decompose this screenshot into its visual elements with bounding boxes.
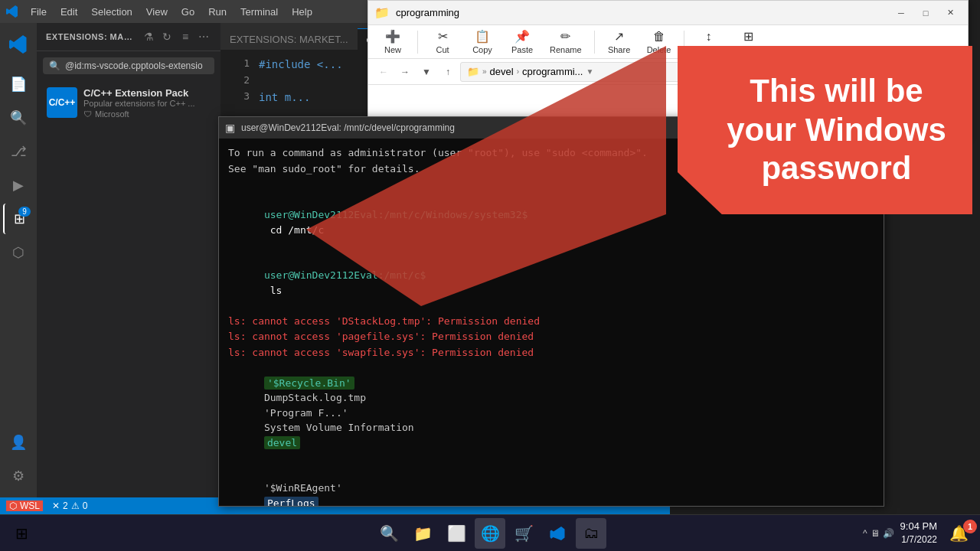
search-box: 🔍 (37, 51, 220, 80)
address-chevron-2: › (517, 67, 519, 76)
start-button[interactable]: ⊞ (6, 518, 37, 549)
extension-item[interactable]: C/C++ C/C++ Extension Pack Popular exten… (37, 80, 220, 126)
fe-delete-button[interactable]: 🗑 Delete (641, 27, 678, 57)
ls-recycle-bin: '$Recycle.Bin' (264, 377, 354, 390)
more-button[interactable]: ⋯ (196, 29, 211, 44)
taskbar-clock[interactable]: 9:04 PM 1/7/2022 (900, 520, 937, 546)
fe-cut-button[interactable]: ✂ Cut (424, 26, 461, 57)
fe-new-button[interactable]: ➕ New (374, 26, 411, 57)
network-icon: 🖥 (871, 528, 880, 539)
taskbar-date-display: 1/7/2022 (900, 533, 937, 546)
taskbar-store[interactable]: 🛒 (508, 518, 539, 549)
terminal-icon: ▣ (225, 122, 235, 134)
term-ls-row-2: '$WinREAgent' PerfLogs Progr... Users pa… (228, 466, 874, 507)
activity-bottom: 👤 ⚙ (3, 427, 34, 491)
line-number-1: 1 (227, 56, 250, 73)
taskbar-right: ^ 🖥 🔊 9:04 PM 1/7/2022 🔔 1 (863, 518, 974, 549)
new-label: New (384, 45, 401, 54)
refresh-button[interactable]: ↻ (159, 29, 175, 44)
cut-label: Cut (436, 45, 449, 54)
fe-titlebar: 📁 cprogramming ─ □ ✕ (368, 1, 968, 25)
menu-view[interactable]: View (140, 5, 174, 19)
taskbar: ⊞ 🔍 📁 ⬜ 🌐 🛒 🗂 ^ 🖥 🔊 9:04 PM 1/7/2022 🔔 1 (0, 514, 980, 551)
toolbar-separator-1 (417, 31, 418, 54)
taskbar-search[interactable]: 🔍 (374, 518, 404, 549)
address-devel: devel (490, 66, 514, 77)
address-folder-icon: 📁 (467, 66, 479, 77)
fe-window-controls: ─ □ ✕ (890, 4, 962, 22)
statusbar-errors[interactable]: ✕ 2 ⚠ 0 (49, 500, 90, 511)
term-ls-row-1: '$Recycle.Bin' DumpStack.log.tmp 'Progra… (228, 360, 874, 465)
fe-paste-button[interactable]: 📌 Paste (504, 26, 541, 57)
search-icon[interactable]: 🔍 (3, 103, 34, 133)
fe-forward-button[interactable]: → (396, 63, 414, 81)
menu-help[interactable]: Help (286, 5, 318, 19)
sort-icon: ↕ (706, 30, 712, 44)
address-chevron-1: » (482, 67, 487, 76)
callout-text: This will be your Windows password (678, 57, 972, 203)
ls-devel: devel (264, 436, 300, 449)
search-input[interactable] (65, 60, 203, 71)
taskbar-vscode[interactable] (542, 518, 573, 549)
extensions-icon[interactable]: ⊞ 9 (3, 204, 34, 234)
fe-share-button[interactable]: ↗ Share (601, 26, 638, 57)
extension-name: C/C++ Extension Pack (83, 87, 211, 99)
sort-button[interactable]: ≡ (178, 29, 193, 44)
address-cprogramming: cprogrammi... (522, 66, 583, 77)
term-prompt-2: user@WinDev2112Eval:/mnt/c$ (264, 269, 426, 281)
remote-icon[interactable]: ⬡ (3, 237, 34, 268)
notification-center-wrapper: 🔔 1 (943, 518, 974, 549)
taskbar-edge[interactable]: 🌐 (475, 518, 505, 549)
fe-dropdown-button[interactable]: ▼ (417, 63, 436, 81)
extension-publisher: 🛡 Microsoft (83, 109, 211, 119)
vscode-menu[interactable]: File Edit Selection View Go Run Terminal… (24, 5, 318, 19)
cut-icon: ✂ (438, 29, 448, 44)
menu-run[interactable]: Run (202, 5, 233, 19)
menu-go[interactable]: Go (175, 5, 201, 19)
line-number-3: 3 (227, 89, 250, 106)
extension-icon: C/C++ (47, 87, 77, 118)
source-control-icon[interactable]: ⎇ (3, 136, 34, 167)
taskbar-files[interactable]: 📁 (407, 518, 438, 549)
fe-close-button[interactable]: ✕ (939, 4, 962, 22)
extension-description: Popular extensions for C++ ... (83, 99, 211, 108)
callout-overlay: This will be your Windows password (678, 46, 972, 214)
statusbar-remote[interactable]: ⬡ WSL (6, 500, 43, 511)
line-number-2: 2 (227, 73, 250, 89)
fe-minimize-button[interactable]: ─ (890, 4, 913, 22)
tab-extensions[interactable]: EXTENSIONS: MARKET... (220, 28, 358, 50)
taskbar-taskview[interactable]: ⬜ (441, 518, 472, 549)
taskbar-explorer-icon[interactable]: 🗂 (576, 518, 606, 549)
term-cmd-1: cd /mnt/c (264, 224, 324, 236)
run-icon[interactable]: ▶ (3, 170, 34, 201)
extension-info: C/C++ Extension Pack Popular extensions … (83, 87, 211, 119)
fe-rename-button[interactable]: ✏ Rename (544, 26, 588, 57)
menu-selection[interactable]: Selection (85, 5, 138, 19)
fe-up-button[interactable]: ↑ (439, 63, 457, 81)
term-error-2: ls: cannot access 'pagefile.sys': Permis… (228, 329, 874, 344)
account-icon[interactable]: 👤 (3, 427, 34, 458)
fe-maximize-button[interactable]: □ (914, 4, 937, 22)
view-icon: ⊞ (743, 29, 753, 44)
menu-edit[interactable]: Edit (54, 5, 83, 19)
line-code-1: #include <... (259, 56, 343, 73)
filter-button[interactable]: ⚗ (141, 29, 156, 44)
remote-label: WSL (20, 500, 40, 511)
settings-icon[interactable]: ⚙ (3, 461, 34, 491)
sidebar-actions: ⚗ ↻ ≡ ⋯ (141, 29, 211, 44)
term-error-1: ls: cannot access 'DStackLog.tmp': Permi… (228, 314, 874, 329)
taskbar-time-display: 9:04 PM (900, 520, 937, 533)
menu-terminal[interactable]: Terminal (234, 5, 284, 19)
ls-sysvolinfo: System Volume Information (264, 422, 414, 433)
error-count: 2 (63, 500, 68, 511)
fe-copy-button[interactable]: 📋 Copy (464, 26, 501, 57)
search-input-wrapper[interactable]: 🔍 (43, 57, 214, 74)
paste-icon: 📌 (514, 29, 530, 44)
sidebar: EXTENSIONS: MARKET... ⚗ ↻ ≡ ⋯ 🔍 C/C++ C/… (37, 23, 220, 497)
term-error-3: ls: cannot access 'swapfile.sys': Permis… (228, 345, 874, 360)
term-line-ls: user@WinDev2112Eval:/mnt/c$ ls (228, 253, 874, 313)
explorer-icon[interactable]: 📄 (3, 69, 34, 99)
fe-back-button[interactable]: ← (374, 63, 393, 81)
ls-winreagent: '$WinREAgent' (264, 482, 342, 494)
menu-file[interactable]: File (24, 5, 53, 19)
